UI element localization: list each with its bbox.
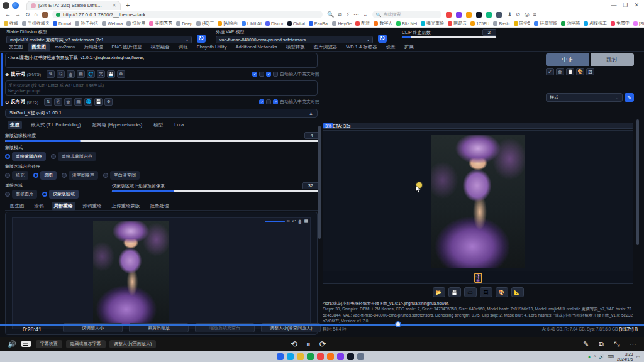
bookmark-item[interactable]: 175FU (470, 21, 489, 26)
trash-icon[interactable]: 🗑 (297, 219, 302, 224)
playback-button[interactable]: ⟳ (319, 340, 326, 348)
extension-icon[interactable] (446, 12, 452, 18)
bookmark-item[interactable]: HeyGe (332, 21, 352, 26)
negative-tool-button[interactable]: ⎘ (54, 98, 62, 106)
collapse-icon[interactable]: ⊖ (5, 99, 9, 105)
player-tool-icon[interactable]: ⋯ (630, 341, 636, 348)
pencil-icon[interactable]: ✏ (287, 219, 291, 224)
toolbar-icon[interactable]: ⌄ (363, 12, 368, 18)
main-tab[interactable]: 训练 (175, 43, 192, 52)
bookmark-item[interactable]: AI模拟工 (584, 20, 607, 26)
gallery-button[interactable]: 📐 (511, 287, 524, 297)
prompt-tool-button[interactable]: 文 (97, 70, 105, 78)
inpaint-canvas[interactable]: ✏ ↩ 🗑 ▦ (5, 212, 318, 335)
bookmark-item[interactable]: 孙子兵法 (75, 20, 98, 26)
main-tab[interactable]: 模型转换 (282, 43, 309, 52)
taskbar-app-icon[interactable] (357, 353, 364, 360)
taskbar-app-icon[interactable] (317, 353, 324, 360)
main-tab[interactable]: 图生图 (28, 43, 50, 52)
taskbar-clock[interactable]: 3:23 2024/1/5 (617, 352, 633, 362)
player-option-button[interactable]: 隐藏或显示字幕 (66, 340, 106, 348)
bookmark-item[interactable]: 收藏 (4, 20, 18, 26)
bookmark-item[interactable]: 美图秀秀 (149, 20, 172, 26)
main-tab[interactable]: PNG 图片信息 (108, 43, 146, 52)
bookmark-item[interactable]: 活字格 (561, 20, 580, 26)
negative-tool-button[interactable]: ▤ (74, 98, 82, 106)
palette-icon[interactable]: ▦ (304, 219, 308, 224)
sub-tab[interactable]: Lora (172, 121, 186, 129)
canvas-surface[interactable] (12, 217, 311, 329)
bookmark-item[interactable]: (40)三 (196, 20, 214, 26)
main-tab[interactable]: mov2mov (51, 43, 79, 51)
clip-skip-value[interactable]: 2 (482, 29, 496, 36)
sub-tab[interactable]: 嵌入式 (T.I. Embedding) (28, 121, 84, 129)
radio-option[interactable]: 填充 (5, 171, 28, 180)
taskbar-app-icon[interactable] (327, 353, 334, 360)
canvas-tab[interactable]: 批量处理 (148, 202, 172, 211)
main-tab[interactable]: 图库浏览器 (310, 43, 341, 52)
prompt-tool-button[interactable]: ▤ (77, 70, 85, 78)
window-control-button[interactable]: — (611, 2, 616, 8)
playback-button[interactable]: ⟲ (291, 340, 297, 348)
home-icon[interactable]: ⌂ (35, 12, 38, 18)
canvas-tab[interactable]: 图生图 (8, 202, 27, 211)
tab-close-icon[interactable]: ✕ (112, 3, 116, 8)
tray-status-icon[interactable]: ● (588, 354, 591, 359)
forward-icon[interactable]: → (15, 12, 21, 18)
negative-tool-button[interactable]: 🗑 (64, 98, 72, 106)
edit-styles-button[interactable]: ✎ (625, 93, 634, 102)
gallery-button[interactable]: 💾 (448, 287, 461, 297)
prompt-tool-button[interactable]: ⇅ (47, 70, 55, 78)
sub-tab[interactable]: 模型 (151, 121, 165, 129)
toolbar-icon[interactable]: 🔍 (327, 12, 334, 18)
bookmark-item[interactable]: 曝光重绘 (421, 20, 444, 26)
radio-option[interactable]: 重绘蒙版内容 (5, 152, 46, 161)
page-scrollbar[interactable] (636, 119, 639, 245)
source-image[interactable] (93, 221, 169, 326)
taskbar-app-icon[interactable] (297, 353, 304, 360)
taskbar-app-icon[interactable] (287, 353, 294, 360)
taskbar-app-icon[interactable] (337, 353, 344, 360)
toolbar-icon[interactable]: ⚡ (346, 12, 350, 18)
back-icon[interactable]: ← (5, 12, 11, 18)
gallery-button[interactable]: 🗃 (464, 287, 477, 297)
utility-button[interactable]: 📋 (566, 68, 574, 75)
volume-icon[interactable]: 🔊 (8, 341, 16, 348)
radio-option[interactable]: 潜空间噪声 (62, 171, 98, 180)
option-checkbox[interactable] (266, 72, 271, 77)
bookmark-item[interactable]: LiblibAI (242, 21, 262, 26)
browser-tab[interactable]: [3% ETA: 33s] Stable Diffu... ✕ (26, 1, 121, 10)
bookmark-item[interactable]: 国学5 (514, 20, 531, 26)
negative-tool-button[interactable]: 💾 (94, 98, 103, 106)
window-control-button[interactable]: ✕ (634, 2, 639, 8)
bookmark-item[interactable]: [Stabl (633, 21, 644, 26)
translate-checkbox[interactable] (252, 72, 257, 77)
styles-dropdown[interactable]: 样式 ⌄ (546, 93, 623, 102)
tray-expand-icon[interactable]: ^ (594, 354, 596, 359)
main-tab[interactable]: 扩展 (401, 43, 418, 52)
option-checkbox[interactable] (266, 99, 271, 104)
negative-prompt-textarea[interactable]: 反向提示词 (按 Ctrl+Enter 或 Alt+Enter 开始生成) Ne… (5, 80, 318, 96)
playback-button[interactable]: ⏸ (306, 340, 311, 348)
model-refresh-button[interactable]: 🗘 (197, 35, 206, 43)
mask-blur-slider[interactable] (5, 140, 319, 142)
player-tool-icon[interactable]: ⧉ (599, 341, 604, 348)
main-tab[interactable]: 模型融合 (147, 43, 174, 52)
bookmark-item[interactable]: 手机收藏夹 (22, 20, 49, 26)
prompt-tool-button[interactable]: ⎘ (57, 70, 65, 78)
utility-button[interactable]: ↙ (546, 68, 554, 75)
radio-option[interactable]: 原图 (33, 171, 57, 180)
browser-menu-icon[interactable]: ≡ (533, 12, 536, 18)
extension-icon[interactable] (486, 12, 492, 18)
vae-refresh-button[interactable]: 🗘 (378, 35, 387, 43)
generated-image[interactable] (431, 135, 525, 268)
clip-skip-slider[interactable] (402, 36, 496, 38)
bookmark-item[interactable]: Deep (176, 21, 192, 26)
main-tab[interactable]: 文生图 (5, 43, 27, 52)
bookmark-item[interactable]: 硅基智能 (534, 20, 557, 26)
player-tool-icon[interactable]: ✎ (583, 341, 589, 348)
padding-value[interactable]: 32 (302, 182, 319, 189)
taskbar-app-icon[interactable] (277, 353, 284, 360)
left-scrollbar[interactable] (318, 126, 321, 239)
bookmark-item[interactable]: Civitai (287, 21, 305, 26)
